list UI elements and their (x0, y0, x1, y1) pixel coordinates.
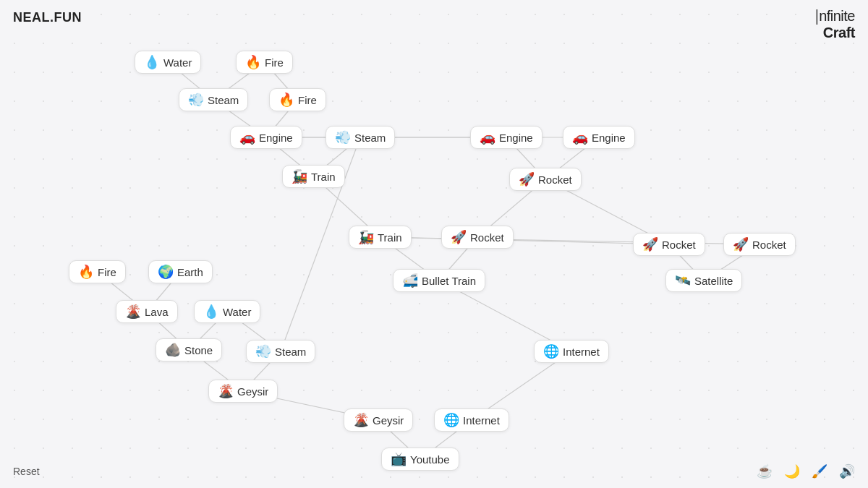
node-steam1[interactable]: 💨Steam (179, 88, 248, 111)
geysir1-icon: 🌋 (218, 385, 234, 398)
rocket3-label: Rocket (662, 239, 696, 251)
engine1-icon: 🚗 (239, 131, 255, 144)
engine2-label: Engine (499, 132, 533, 144)
fire3-icon: 🔥 (78, 265, 94, 278)
earth1-icon: 🌍 (158, 265, 174, 278)
bullettrain1-icon: 🚅 (402, 274, 418, 287)
node-internet2[interactable]: 🌐Internet (434, 408, 509, 432)
node-satellite1[interactable]: 🛰️Satellite (665, 269, 742, 292)
toolbar-icons: ☕🌙🖌️🔊 (757, 463, 855, 479)
node-internet1[interactable]: 🌐Internet (534, 340, 609, 363)
rocket2-label: Rocket (470, 231, 504, 244)
engine2-icon: 🚗 (480, 131, 495, 144)
fire3-label: Fire (98, 266, 116, 278)
toolbar-icon-0[interactable]: ☕ (757, 463, 773, 479)
node-geysir1[interactable]: 🌋Geysir (208, 380, 278, 403)
rocket3-icon: 🚀 (642, 238, 658, 251)
node-engine1[interactable]: 🚗Engine (230, 126, 302, 149)
fire1-label: Fire (265, 56, 284, 69)
stone1-icon: 🪨 (165, 343, 181, 356)
node-steam3[interactable]: 💨Steam (246, 340, 315, 363)
steam3-label: Steam (275, 346, 306, 358)
rocket4-label: Rocket (752, 239, 786, 251)
node-lava1[interactable]: 🌋Lava (116, 300, 178, 323)
node-stone1[interactable]: 🪨Stone (156, 338, 222, 361)
fire2-icon: 🔥 (278, 93, 294, 106)
bullettrain1-label: Bullet Train (422, 275, 476, 287)
node-steam2[interactable]: 💨Steam (326, 126, 395, 149)
rocket2-icon: 🚀 (451, 231, 467, 244)
brand-craft: Craft (814, 25, 855, 40)
train1-icon: 🚂 (292, 170, 307, 183)
train1-label: Train (311, 171, 336, 183)
engine3-icon: 🚗 (572, 131, 588, 144)
node-rocket1[interactable]: 🚀Rocket (509, 168, 582, 191)
internet1-icon: 🌐 (543, 345, 559, 358)
node-youtube1[interactable]: 📺Youtube (381, 448, 459, 471)
steam2-label: Steam (354, 132, 386, 144)
water2-label: Water (223, 306, 251, 318)
steam1-icon: 💨 (188, 93, 204, 106)
node-water2[interactable]: 💧Water (194, 300, 260, 323)
youtube1-label: Youtube (410, 453, 450, 466)
lava1-icon: 🌋 (125, 305, 141, 318)
train2-icon: 🚂 (358, 231, 374, 244)
node-engine3[interactable]: 🚗Engine (563, 126, 635, 149)
steam2-icon: 💨 (335, 131, 351, 144)
node-train2[interactable]: 🚂Train (349, 226, 412, 249)
geysir2-label: Geysir (373, 414, 404, 427)
toolbar-icon-3[interactable]: 🔊 (839, 463, 855, 479)
node-rocket2[interactable]: 🚀Rocket (441, 226, 514, 249)
earth1-label: Earth (177, 266, 203, 278)
youtube1-icon: 📺 (391, 453, 407, 466)
water2-icon: 💧 (203, 305, 219, 318)
brand-infinite: nfinite (819, 8, 855, 24)
node-fire2[interactable]: 🔥Fire (269, 88, 326, 111)
satellite1-label: Satellite (694, 275, 733, 287)
node-engine2[interactable]: 🚗Engine (470, 126, 542, 149)
geysir2-icon: 🌋 (353, 414, 369, 427)
node-water1[interactable]: 💧Water (135, 51, 201, 74)
water1-icon: 💧 (144, 56, 160, 69)
node-rocket4[interactable]: 🚀Rocket (723, 233, 796, 256)
satellite1-icon: 🛰️ (675, 274, 691, 287)
internet1-label: Internet (563, 346, 600, 358)
node-rocket3[interactable]: 🚀Rocket (633, 233, 705, 256)
reset-button[interactable]: Reset (13, 466, 40, 477)
node-bullettrain1[interactable]: 🚅Bullet Train (393, 269, 485, 292)
geysir1-label: Geysir (237, 385, 268, 398)
water1-label: Water (163, 56, 192, 69)
logo: NEAL.FUN (13, 10, 82, 25)
stone1-label: Stone (184, 344, 213, 356)
rocket4-icon: 🚀 (733, 238, 749, 251)
steam3-icon: 💨 (255, 345, 271, 358)
node-fire1[interactable]: 🔥Fire (236, 51, 293, 74)
node-geysir2[interactable]: 🌋Geysir (344, 408, 413, 432)
fire2-label: Fire (298, 94, 317, 106)
internet2-label: Internet (463, 414, 500, 427)
rocket1-label: Rocket (538, 174, 572, 186)
lava1-label: Lava (145, 306, 169, 318)
steam1-label: Steam (208, 94, 239, 106)
engine1-label: Engine (259, 132, 293, 144)
toolbar-icon-2[interactable]: 🖌️ (812, 463, 827, 479)
connection-line-train2-rocket3 (380, 237, 670, 244)
node-earth1[interactable]: 🌍Earth (148, 260, 213, 283)
fire1-icon: 🔥 (245, 56, 261, 69)
brand: |nfinite Craft (814, 7, 855, 40)
toolbar-icon-1[interactable]: 🌙 (784, 463, 800, 479)
engine3-label: Engine (592, 132, 626, 144)
node-train1[interactable]: 🚂Train (282, 165, 345, 188)
node-fire3[interactable]: 🔥Fire (69, 260, 126, 283)
train2-label: Train (378, 231, 402, 244)
rocket1-icon: 🚀 (519, 173, 535, 186)
internet2-icon: 🌐 (443, 414, 459, 427)
